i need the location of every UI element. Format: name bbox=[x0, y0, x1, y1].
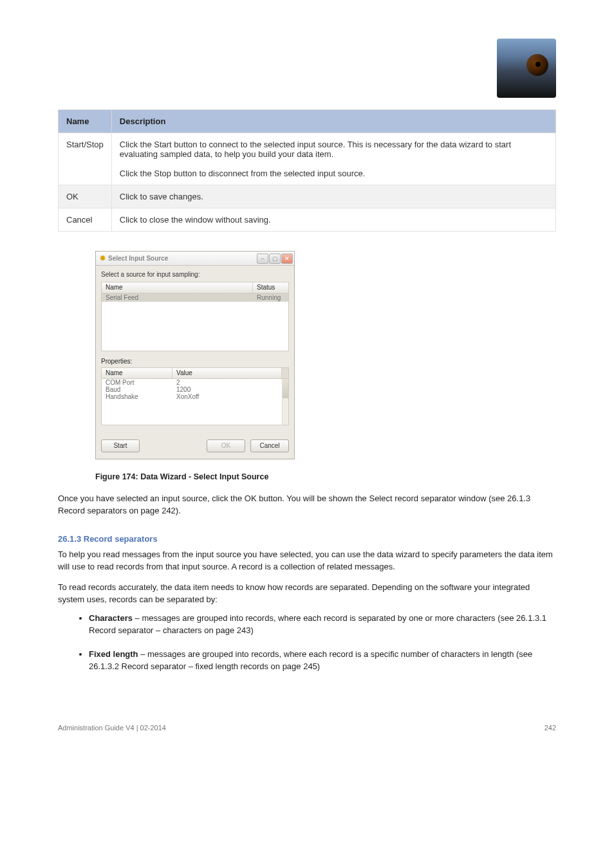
bullet-rest: – messages are grouped into records, whe… bbox=[89, 613, 546, 635]
bullet-list: Characters – messages are grouped into r… bbox=[58, 613, 556, 672]
footer-left: Administration Guide V4 | 02-2014 bbox=[58, 724, 166, 732]
properties-list: COM Port 2 Baud 1200 Handshake XonXoff bbox=[101, 379, 289, 425]
paragraph: To help you read messages from the input… bbox=[58, 549, 556, 573]
embedded-screenshot: ✹ Select Input Source – ▢ ✕ Select a sou… bbox=[95, 251, 556, 459]
table-cell-description: Click to close the window without saving… bbox=[111, 208, 555, 232]
select-input-source-dialog: ✹ Select Input Source – ▢ ✕ Select a sou… bbox=[95, 251, 295, 459]
source-row-status: Running bbox=[253, 293, 288, 302]
property-name: COM Port bbox=[102, 379, 172, 386]
lightbulb-icon: ✹ bbox=[100, 254, 106, 263]
prop-header-scroll-gutter bbox=[282, 368, 288, 378]
source-list-row[interactable]: Serial Feed Running bbox=[102, 293, 288, 302]
source-list-header: Name Status bbox=[101, 282, 289, 293]
minimize-button[interactable]: – bbox=[257, 254, 268, 264]
table-header-name: Name bbox=[59, 110, 112, 133]
close-button[interactable]: ✕ bbox=[281, 254, 293, 264]
table-cell-name: OK bbox=[59, 185, 112, 208]
table-header-description: Description bbox=[111, 110, 555, 133]
dialog-title: Select Input Source bbox=[108, 255, 168, 262]
footer-page-number: 242 bbox=[544, 724, 556, 732]
property-row: Handshake XonXoff bbox=[102, 393, 282, 400]
buttons-description-table: Name Description Start/Stop Click the St… bbox=[58, 109, 556, 232]
property-value: 2 bbox=[172, 379, 282, 386]
table-cell-name: Start/Stop bbox=[59, 133, 112, 185]
property-value: XonXoff bbox=[172, 393, 282, 400]
bullet-lead: Fixed length bbox=[89, 649, 138, 659]
prop-header-name: Name bbox=[102, 368, 172, 378]
brand-logo bbox=[497, 39, 556, 98]
maximize-button[interactable]: ▢ bbox=[269, 254, 281, 264]
prop-header-value: Value bbox=[172, 368, 282, 378]
figure-caption: Figure 174: Data Wizard - Select Input S… bbox=[95, 472, 556, 481]
dialog-titlebar: ✹ Select Input Source – ▢ ✕ bbox=[96, 252, 294, 266]
cancel-button[interactable]: Cancel bbox=[250, 439, 289, 452]
section-heading-record-separators: 26.1.3 Record separators bbox=[58, 534, 556, 544]
source-header-status: Status bbox=[253, 282, 288, 293]
paragraph: To read records accurately, the data ite… bbox=[58, 582, 556, 606]
page-footer: Administration Guide V4 | 02-2014 242 bbox=[58, 724, 556, 732]
table-cell-description: Click the Start button to connect to the… bbox=[111, 133, 555, 185]
source-header-name: Name bbox=[102, 282, 253, 293]
property-row: Baud 1200 bbox=[102, 386, 282, 393]
property-name: Handshake bbox=[102, 393, 172, 400]
paragraph: Once you have selected an input source, … bbox=[58, 493, 556, 517]
property-row: COM Port 2 bbox=[102, 379, 282, 386]
table-cell-description: Click to save changes. bbox=[111, 185, 555, 208]
properties-label: Properties: bbox=[101, 358, 289, 365]
scrollbar[interactable] bbox=[282, 379, 288, 425]
bullet-rest: – messages are grouped into records, whe… bbox=[89, 649, 532, 671]
bullet-lead: Characters bbox=[89, 613, 133, 623]
property-value: 1200 bbox=[172, 386, 282, 393]
start-button[interactable]: Start bbox=[101, 439, 140, 452]
list-item: Characters – messages are grouped into r… bbox=[89, 613, 556, 637]
list-item: Fixed length – messages are grouped into… bbox=[89, 649, 556, 673]
source-list[interactable]: Serial Feed Running bbox=[101, 293, 289, 351]
source-row-name: Serial Feed bbox=[102, 293, 253, 302]
ok-button[interactable]: OK bbox=[207, 439, 245, 452]
dialog-instruction: Select a source for input sampling: bbox=[101, 271, 289, 278]
table-cell-name: Cancel bbox=[59, 208, 112, 232]
properties-header: Name Value bbox=[101, 367, 289, 379]
property-name: Baud bbox=[102, 386, 172, 393]
